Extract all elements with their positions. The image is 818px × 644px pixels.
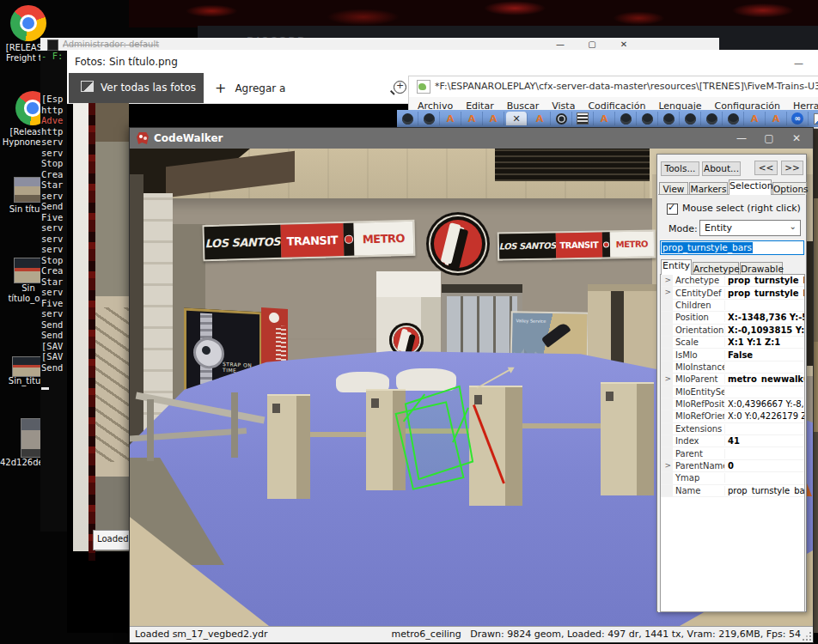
tab-favicon[interactable]: A [529, 112, 551, 125]
console-title: Administrador: default [63, 39, 159, 49]
tab-favicon[interactable] [397, 112, 418, 125]
row-gutter: > [661, 435, 673, 447]
codewalker-title-bar[interactable]: CodeWalker — ▢ ✕ [130, 128, 813, 149]
property-row[interactable]: > Ymap [661, 472, 804, 484]
gate-post [147, 399, 154, 461]
next-button[interactable]: >> [781, 161, 803, 175]
console-cursor [41, 387, 49, 390]
tab-favicon[interactable] [551, 112, 572, 125]
row-gutter: > [661, 300, 673, 311]
tab-markers[interactable]: Markers [689, 182, 728, 195]
turnstile-rail [522, 423, 601, 428]
photos-minimize-button[interactable]: — [794, 58, 803, 69]
add-to-button[interactable]: +Agregar a [215, 73, 285, 103]
tab-favicon[interactable] [723, 112, 744, 125]
property-row[interactable]: > Scale X:1 Y:1 Z:1 [661, 337, 804, 349]
chevron-down-icon: ⌄ [790, 222, 797, 231]
tab-favicon[interactable] [809, 112, 818, 125]
mouse-select-checkbox[interactable] [667, 204, 678, 215]
codewalker-minimize-button[interactable]: — [730, 131, 753, 146]
transit-metro-banner: LOS SANTOS TRANSIT METRO [202, 220, 415, 261]
property-row[interactable]: > MloParent metro_newwalk6: [661, 374, 804, 386]
property-row[interactable]: > Position X:-1348,736 Y:-50 [661, 312, 804, 324]
tab-favicon[interactable]: A [483, 112, 504, 125]
property-row[interactable]: > MloInstance [661, 361, 804, 374]
codewalker-maximize-button[interactable]: ▢ [758, 131, 780, 146]
gate-post [231, 392, 238, 458]
property-row[interactable]: > Extensions [661, 423, 804, 435]
resize-grip[interactable] [809, 639, 811, 641]
tab-favicon[interactable] [418, 112, 440, 125]
property-row[interactable]: > Children [661, 300, 804, 312]
tab-favicon[interactable] [787, 112, 809, 125]
tab-favicon[interactable] [637, 112, 658, 125]
property-row[interactable]: > MloRefOrient. X:0 Y:0,4226179 Z [661, 410, 804, 422]
entity-name-input[interactable]: prop_turnstyle_bars [660, 240, 804, 255]
tab-favicon[interactable]: A [440, 112, 461, 125]
property-row[interactable]: > ParentName 0 [661, 460, 804, 472]
codewalker-close-button[interactable]: ✕ [785, 131, 808, 146]
tab-options[interactable]: Options [772, 182, 807, 195]
property-row[interactable]: > Archetype prop_turnstyle_ba [661, 275, 804, 287]
wallpaper-red-texture [129, 0, 818, 27]
property-row[interactable]: > MloEntitySet [661, 386, 804, 398]
tab-favicon[interactable]: A [766, 112, 787, 125]
property-row[interactable]: > CEntityDef prop_turnstyle_ba [661, 287, 804, 299]
turnstile-selected[interactable] [469, 386, 522, 506]
tab-archetype[interactable]: Archetype [693, 262, 739, 275]
console-minimize-button[interactable]: — [547, 39, 573, 50]
photos-window-title: Fotos: Sin título.png [75, 56, 178, 68]
tab-drawable[interactable]: Drawable [740, 262, 783, 275]
console-close-button[interactable]: ✕ [611, 39, 637, 50]
turnstile[interactable] [267, 394, 310, 499]
property-row[interactable]: > Index 41 [661, 435, 804, 447]
transit-metro-banner: LOS SANTOS TRANSIT METRO [498, 229, 656, 260]
entity-property-grid[interactable]: > Archetype prop_turnstyle_ba > CEntityD… [660, 274, 805, 612]
turnstile[interactable] [366, 389, 406, 490]
tab-favicon[interactable] [572, 112, 594, 125]
row-gutter: > [661, 275, 673, 286]
row-gutter: > [661, 386, 673, 398]
tab-favicon[interactable]: A [594, 112, 615, 125]
console-maximize-button[interactable]: ▢ [579, 39, 605, 50]
row-gutter: > [661, 374, 673, 385]
tab-favicon[interactable] [701, 112, 723, 125]
tab-favicon[interactable] [615, 112, 637, 125]
notepad-title-bar[interactable]: *F:\ESPANAROLEPLAY\cfx-server-data-maste… [409, 76, 818, 97]
tools-button[interactable]: Tools... [661, 161, 699, 176]
property-row[interactable]: > MloRefPositic X:0,4396667 Y:-8, [661, 398, 804, 410]
tab-favicon[interactable] [680, 112, 701, 125]
photos-title-bar[interactable]: Fotos: Sin título.png — [67, 50, 818, 73]
panel-tabs: View Markers Selection Options [657, 179, 806, 195]
zoom-in-icon[interactable] [394, 81, 406, 94]
photo-content [73, 103, 89, 551]
mode-dropdown[interactable]: Entity ⌄ [699, 220, 801, 236]
tab-favicon[interactable]: ✕ [506, 112, 528, 125]
chrome-shortcut-icon[interactable] [10, 5, 46, 41]
property-row[interactable]: > Orientation X:-0,1093815 Y:0, [661, 325, 804, 337]
photo-content [89, 103, 95, 561]
selection-tool-panel: Tools... About... << >> View Markers Sel… [656, 154, 807, 612]
about-button[interactable]: About... [702, 161, 741, 176]
property-row[interactable]: > Parent [661, 447, 804, 459]
view-all-photos-button[interactable]: Ver todas las fotos [69, 73, 204, 103]
turnstile[interactable] [601, 382, 654, 495]
tab-view[interactable]: View [659, 182, 688, 195]
codewalker-window: CodeWalker — ▢ ✕ LOS SANTOS TRANSIT METR… [129, 127, 814, 643]
status-stats: Drawn: 9824 geom, Loaded: 497 dr, 1441 t… [470, 629, 801, 640]
console-output: - F:[EsphttpAdvehttpservservStopCreaStar… [40, 51, 67, 532]
row-gutter: > [661, 447, 673, 459]
tab-favicon[interactable] [658, 112, 680, 125]
row-gutter: > [661, 472, 673, 483]
car-silhouette [541, 321, 571, 348]
property-row[interactable]: > Name prop_turnstyle_bars [661, 485, 804, 497]
tab-favicon[interactable]: A [744, 112, 766, 125]
tab-selection[interactable]: Selection [729, 179, 772, 195]
desktop: [RELEASE]Freight tra [ReleasHypnonem Sin… [0, 0, 818, 644]
row-gutter: > [661, 485, 673, 496]
turnstile-rail [310, 432, 366, 437]
property-row[interactable]: > IsMlo False [661, 349, 804, 361]
tab-entity[interactable]: Entity [661, 259, 692, 275]
prev-button[interactable]: << [754, 161, 778, 175]
tab-favicon[interactable]: A [461, 112, 483, 125]
